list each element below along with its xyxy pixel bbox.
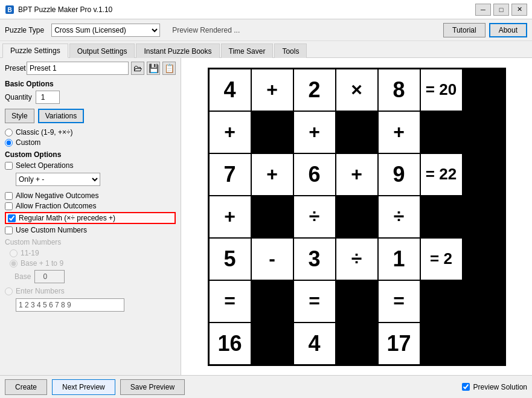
puzzle-cell-3: × — [336, 69, 378, 111]
radio-11-19[interactable] — [10, 249, 18, 257]
radio-enter-numbers[interactable] — [5, 287, 13, 295]
puzzle-type-select[interactable]: Cross Sum (Licensed) — [51, 24, 160, 37]
allow-negative-label[interactable]: Allow Negative Outcomes — [16, 191, 98, 200]
use-custom-numbers-label[interactable]: Use Custom Numbers — [16, 226, 87, 234]
tutorial-button[interactable]: Tutorial — [443, 23, 486, 37]
puzzle-cell-22 — [251, 196, 293, 238]
allow-negative-row: Allow Negative Outcomes — [5, 191, 176, 200]
radio-classic-label[interactable]: Classic (1-9, +×÷) — [16, 128, 73, 136]
allow-fraction-row: Allow Fraction Outcomes — [5, 202, 176, 210]
tab-time-saver[interactable]: Time Saver — [221, 43, 274, 58]
puzzle-cell-17: + — [336, 153, 378, 196]
regular-math-checkbox[interactable] — [8, 214, 16, 222]
preset-label: Preset — [5, 64, 24, 72]
select-operations-checkbox[interactable] — [5, 162, 13, 170]
use-custom-numbers-checkbox[interactable] — [5, 226, 13, 234]
radio-base-label[interactable]: Base + 1 to 9 — [21, 259, 63, 268]
puzzle-cell-47 — [420, 323, 463, 365]
radio-enter-label[interactable]: Enter Numbers — [16, 287, 65, 295]
puzzle-cell-16: 6 — [293, 153, 336, 196]
puzzle-cell-31: ÷ — [336, 238, 378, 280]
create-button[interactable]: Create — [5, 379, 47, 395]
about-button[interactable]: About — [489, 23, 527, 37]
radio-11-19-label[interactable]: 11-19 — [21, 249, 39, 257]
puzzle-cell-38 — [336, 280, 378, 323]
custom-numbers-label: Custom Numbers — [5, 238, 176, 246]
allow-negative-checkbox[interactable] — [5, 192, 13, 200]
radio-custom-label[interactable]: Custom — [16, 138, 40, 147]
radio-classic[interactable] — [5, 129, 13, 136]
tab-instant-puzzle-books[interactable]: Instant Puzzle Books — [136, 43, 219, 58]
radio-classic-row: Classic (1-9, +×÷) — [5, 128, 176, 136]
bottom-right: Preview Solution — [462, 383, 527, 391]
next-preview-button[interactable]: Next Preview — [52, 379, 115, 395]
preset-saveas-button[interactable]: 📋 — [162, 62, 176, 75]
puzzle-cell-27 — [463, 196, 505, 238]
regular-math-label[interactable]: Regular Math (×÷ precedes +) — [19, 214, 115, 222]
tab-output-settings[interactable]: Output Settings — [69, 43, 135, 58]
bottom-bar: Create Next Preview Save Preview Preview… — [0, 375, 532, 398]
allow-fraction-label[interactable]: Allow Fraction Outcomes — [16, 202, 96, 210]
left-panel: Preset 🗁 💾 📋 Basic Options Quantity Styl… — [0, 58, 181, 375]
puzzle-cell-8 — [251, 111, 293, 153]
puzzle-cell-20 — [463, 153, 505, 196]
radio-custom-row: Custom — [5, 138, 176, 147]
style-button[interactable]: Style — [5, 109, 34, 123]
select-operations-row: Select Operations — [5, 161, 176, 170]
puzzle-cell-48 — [463, 323, 505, 365]
numbers-input[interactable] — [16, 298, 124, 312]
puzzle-cell-9: + — [293, 111, 336, 153]
variations-button[interactable]: Variations — [38, 109, 84, 123]
preview-status: Preview Rendered ... — [172, 26, 240, 34]
preview-solution-label[interactable]: Preview Solution — [473, 383, 527, 391]
puzzle-cell-34 — [463, 238, 505, 280]
save-preview-button[interactable]: Save Preview — [120, 379, 185, 395]
base-input[interactable] — [34, 270, 65, 283]
select-operations-label[interactable]: Select Operations — [16, 161, 73, 170]
puzzle-cell-2: 2 — [293, 69, 336, 111]
puzzle-cell-37: = — [293, 280, 336, 323]
close-button[interactable]: ✕ — [511, 4, 527, 16]
minimize-button[interactable]: ─ — [475, 4, 491, 16]
custom-options-label: Custom Options — [5, 150, 176, 159]
preset-folder-button[interactable]: 🗁 — [131, 62, 144, 75]
preview-solution-checkbox[interactable] — [462, 383, 470, 391]
quantity-label: Quantity — [5, 93, 32, 101]
puzzle-cell-19: = 22 — [420, 153, 463, 196]
preset-input[interactable] — [27, 62, 129, 75]
basic-options-label: Basic Options — [5, 80, 176, 88]
tab-row: Puzzle Settings Output Settings Instant … — [0, 41, 532, 58]
puzzle-cell-21: + — [209, 196, 251, 238]
preset-row: Preset 🗁 💾 📋 — [5, 62, 176, 75]
puzzle-grid: 4+2×8= 20+++7+6+9= 22+÷÷5-3÷1= 2===16417 — [208, 68, 506, 366]
allow-fraction-checkbox[interactable] — [5, 202, 13, 210]
radio-base[interactable] — [10, 260, 18, 268]
quantity-row: Quantity — [5, 91, 176, 104]
puzzle-cell-12 — [420, 111, 463, 153]
puzzle-cell-44: 4 — [293, 323, 336, 365]
base-label: Base — [14, 272, 31, 281]
radio-base-row: Base + 1 to 9 — [10, 259, 176, 268]
operations-select[interactable]: Only + - Only + - × All operations — [16, 173, 100, 186]
puzzle-cell-28: 5 — [209, 238, 251, 280]
preset-save-button[interactable]: 💾 — [147, 62, 160, 75]
puzzle-cell-33: = 2 — [420, 238, 463, 280]
puzzle-cell-7: + — [209, 111, 251, 153]
maximize-button[interactable]: □ — [493, 4, 509, 16]
puzzle-cell-46: 17 — [378, 323, 420, 365]
tab-tools[interactable]: Tools — [274, 43, 307, 58]
puzzle-cell-11: + — [378, 111, 420, 153]
puzzle-cell-29: - — [251, 238, 293, 280]
puzzle-cell-32: 1 — [378, 238, 420, 280]
quantity-input[interactable] — [36, 91, 60, 104]
app-title: BPT Puzzle Maker Pro v.1.10 — [18, 5, 112, 14]
regular-math-row: Regular Math (×÷ precedes +) — [5, 212, 176, 224]
puzzle-cell-5: = 20 — [420, 69, 463, 111]
puzzle-cell-24 — [336, 196, 378, 238]
custom-numbers-section: Custom Numbers 11-19 Base + 1 to 9 Base — [5, 238, 176, 312]
tab-puzzle-settings[interactable]: Puzzle Settings — [2, 43, 68, 58]
right-panel: 4+2×8= 20+++7+6+9= 22+÷÷5-3÷1= 2===16417 — [181, 58, 532, 375]
radio-custom[interactable] — [5, 139, 13, 147]
titlebar: B BPT Puzzle Maker Pro v.1.10 ─ □ ✕ — [0, 0, 532, 19]
puzzle-cell-4: 8 — [378, 69, 420, 111]
